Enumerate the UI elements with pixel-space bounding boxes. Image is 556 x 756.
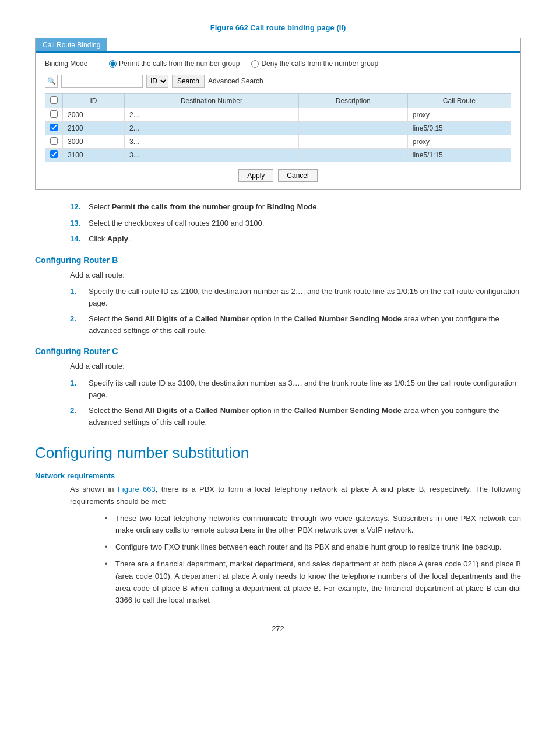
cell-dest-0: 2... [125,108,299,122]
bullet-3: • There are a financial department, mark… [105,558,521,607]
router-b-step-1: 1. Specify the call route ID as 2100, th… [70,286,521,309]
binding-mode-label: Binding Mode [45,60,97,68]
cell-route-0: proxy [407,108,511,122]
cell-route-1: line5/0:15 [407,122,511,135]
cell-dest-1: 2... [125,122,299,135]
router-b-step-2: 2. Select the Send All Digits of a Calle… [70,313,521,336]
router-c-step-2-text: Select the Send All Digits of a Called N… [89,405,521,428]
router-b-step-1-text: Specify the call route ID as 2100, the d… [89,286,521,309]
section-router-b-heading: Configuring Router B [35,256,521,265]
router-b-step-2-num: 2. [70,313,83,336]
table-row: 21002...line5/0:15 [45,122,511,135]
action-buttons: Apply Cancel [45,169,511,182]
row-checkbox-3[interactable] [50,150,58,158]
router-c-step-2-num: 2. [70,405,83,428]
network-req-heading: Network requirements [35,471,521,480]
select-all-checkbox[interactable] [50,96,58,104]
deny-radio-option[interactable]: Deny the calls from the number group [251,60,378,68]
permit-radio-option[interactable]: Permit the calls from the number group [109,60,240,68]
widget-container: Call Route Binding Binding Mode Permit t… [35,38,521,190]
page-number: 272 [35,624,521,633]
cell-desc-1 [298,122,407,135]
step-14-num: 14. [70,233,83,245]
figure-663-link[interactable]: Figure 663 [118,485,156,494]
search-button[interactable]: Search [172,75,205,88]
table-row: 30003...proxy [45,135,511,149]
bullet-2-text: Configure two FXO trunk lines between ea… [115,541,502,554]
step-13-num: 13. [70,218,83,229]
col-header-id: ID [63,94,125,108]
figure-caption: Figure 662 Call route binding page (II) [35,23,521,32]
step-13-text: Select the checkboxes of call routes 210… [89,218,521,229]
permit-radio-label: Permit the calls from the number group [119,60,240,68]
cell-id-2: 3000 [63,135,125,149]
step-13: 13. Select the checkboxes of call routes… [70,218,521,229]
bullet-dot-3: • [105,558,111,607]
network-para1: As shown in Figure 663, there is a PBX t… [70,484,521,508]
router-c-intro: Add a call route: [70,360,521,373]
table-row: 31003...line5/1:15 [45,149,511,162]
network-bullets: • These two local telephony networks com… [105,513,521,607]
cell-desc-2 [298,135,407,149]
cell-dest-2: 3... [125,135,299,149]
main-section-heading: Configuring number substitution [35,444,521,462]
permit-radio[interactable] [109,60,117,68]
advanced-search-link[interactable]: Advanced Search [208,77,263,85]
row-checkbox-0[interactable] [50,110,58,118]
row-checkbox-1[interactable] [50,124,58,131]
router-c-step-1: 1. Specify its call route ID as 3100, th… [70,377,521,400]
bullet-1-text: These two local telephony networks commu… [115,513,521,537]
cell-dest-3: 3... [125,149,299,162]
search-row: 🔍 ID Search Advanced Search [45,75,511,88]
bullet-dot-2: • [105,541,111,554]
search-select[interactable]: ID [146,75,168,88]
col-header-desc: Description [298,94,407,108]
bullet-3-text: There are a financial department, market… [115,558,521,607]
widget-tab: Call Route Binding [36,38,107,51]
cell-id-3: 3100 [63,149,125,162]
table-row: 20002...proxy [45,108,511,122]
col-header-checkbox [45,94,63,108]
cancel-button[interactable]: Cancel [278,169,317,182]
step-12-num: 12. [70,201,83,213]
data-table: ID Destination Number Description Call R… [45,93,511,162]
router-b-step-2-text: Select the Send All Digits of a Called N… [89,313,521,336]
router-c-step-2: 2. Select the Send All Digits of a Calle… [70,405,521,428]
step-14-text: Click Apply. [89,233,521,245]
step-12: 12. Select Permit the calls from the num… [70,201,521,213]
bullet-dot-1: • [105,513,111,537]
router-c-step-1-num: 1. [70,377,83,400]
search-icon: 🔍 [45,75,58,88]
step-12-text: Select Permit the calls from the number … [89,201,521,213]
cell-desc-0 [298,108,407,122]
col-header-route: Call Route [407,94,511,108]
section-router-c-heading: Configuring Router C [35,346,521,356]
col-header-dest: Destination Number [125,94,299,108]
search-input[interactable] [61,75,143,88]
bullet-1: • These two local telephony networks com… [105,513,521,537]
row-checkbox-2[interactable] [50,137,58,145]
cell-route-3: line5/1:15 [407,149,511,162]
deny-radio[interactable] [251,60,259,68]
router-b-intro: Add a call route: [70,270,521,282]
cell-desc-3 [298,149,407,162]
step-14: 14. Click Apply. [70,233,521,245]
bullet-2: • Configure two FXO trunk lines between … [105,541,521,554]
cell-route-2: proxy [407,135,511,149]
deny-radio-label: Deny the calls from the number group [261,60,378,68]
router-c-step-1-text: Specify its call route ID as 3100, the d… [89,377,521,400]
router-b-step-1-num: 1. [70,286,83,309]
apply-button[interactable]: Apply [238,169,273,182]
cell-id-0: 2000 [63,108,125,122]
cell-id-1: 2100 [63,122,125,135]
